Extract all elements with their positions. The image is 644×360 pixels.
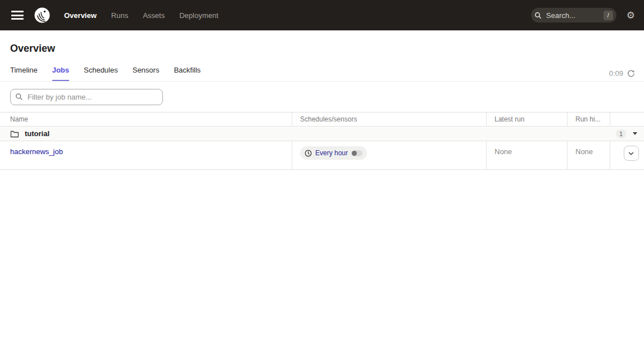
latest-run-value: None <box>495 141 512 156</box>
tab-schedules[interactable]: Schedules <box>84 66 118 81</box>
job-name-cell: hackernews_job <box>0 141 292 170</box>
global-search-input[interactable]: Search... / <box>531 8 616 22</box>
hamburger-menu-icon[interactable] <box>11 11 24 20</box>
search-icon <box>533 10 543 20</box>
column-header-latest-run: Latest run <box>487 112 568 127</box>
column-header-schedules-sensors: Schedules/sensors <box>292 112 487 127</box>
latest-run-cell: None <box>487 141 568 170</box>
clock-icon <box>305 150 312 157</box>
row-expand-button[interactable] <box>624 146 639 161</box>
schedule-tag[interactable]: Every hour <box>300 146 367 160</box>
nav-runs[interactable]: Runs <box>111 11 128 20</box>
repo-group-name: tutorial <box>25 129 49 138</box>
tab-jobs[interactable]: Jobs <box>52 66 69 81</box>
chevron-down-icon <box>628 150 634 157</box>
job-schedules-cell: Every hour <box>292 141 487 170</box>
column-header-name: Name <box>0 112 292 127</box>
nav-overview[interactable]: Overview <box>64 11 97 20</box>
jobs-table: Name Schedules/sensors Latest run Run hi… <box>0 112 644 170</box>
schedule-toggle[interactable] <box>351 150 362 156</box>
folder-icon <box>10 130 19 138</box>
repo-group-row[interactable]: tutorial 1 <box>0 127 644 141</box>
job-count-badge: 1 <box>616 129 626 138</box>
top-navigation-bar: Overview Runs Assets Deployment Search..… <box>0 0 644 30</box>
run-history-cell: None <box>568 141 610 170</box>
tab-timeline[interactable]: Timeline <box>10 66 38 81</box>
filter-search-icon <box>15 93 23 103</box>
search-shortcut-badge: / <box>604 11 613 20</box>
column-header-actions <box>610 112 644 127</box>
nav-deployment[interactable]: Deployment <box>179 11 218 20</box>
overview-tabs-row: Timeline Jobs Schedules Sensors Backfill… <box>0 66 644 82</box>
refresh-countdown: 0:09 <box>609 69 623 78</box>
page-title: Overview <box>0 30 644 55</box>
settings-gear-icon[interactable]: ⚙ <box>627 11 635 20</box>
refresh-icon[interactable] <box>627 70 635 78</box>
run-history-value: None <box>575 141 593 156</box>
job-filter-input[interactable] <box>10 89 163 105</box>
job-name-link[interactable]: hackernews_job <box>10 141 63 156</box>
dagster-logo-icon[interactable] <box>34 7 51 24</box>
nav-assets[interactable]: Assets <box>143 11 165 20</box>
column-header-run-history: Run hi... <box>568 112 610 127</box>
job-filter <box>10 89 163 105</box>
top-nav-links: Overview Runs Assets Deployment <box>64 11 219 20</box>
tab-backfills[interactable]: Backfills <box>174 66 201 81</box>
tab-sensors[interactable]: Sensors <box>133 66 160 81</box>
search-placeholder: Search... <box>546 11 604 20</box>
table-row: hackernews_job Every hour None None <box>0 141 644 170</box>
collapse-caret-icon[interactable] <box>633 132 637 135</box>
jobs-table-header: Name Schedules/sensors Latest run Run hi… <box>0 112 644 127</box>
schedule-label: Every hour <box>315 149 348 157</box>
row-actions-cell <box>610 141 644 170</box>
